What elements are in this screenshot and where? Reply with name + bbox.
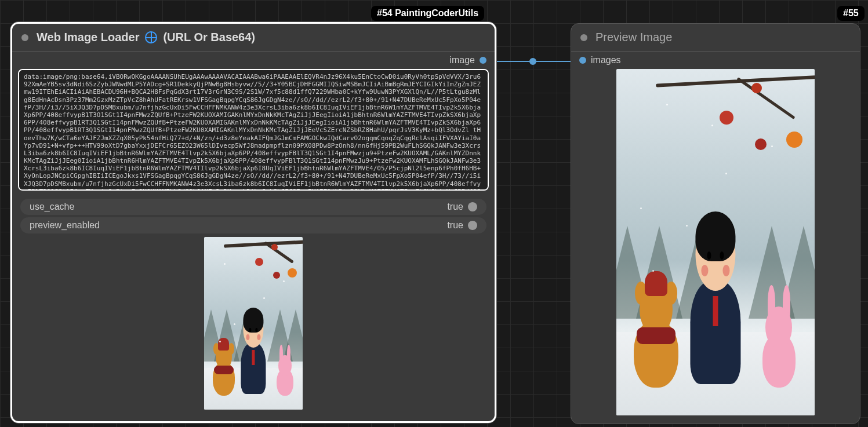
node-header[interactable]: Web Image Loader (URL Or Base64) <box>12 24 495 52</box>
node-tag-preview: #55 <box>837 6 865 21</box>
preview-thumbnail[interactable] <box>204 237 303 410</box>
node-title-b: (URL Or Base64) <box>163 31 255 44</box>
preview-enabled-field[interactable]: preview_enabled true <box>20 217 486 233</box>
toggle-knob-icon <box>468 221 477 230</box>
output-port-dot[interactable] <box>480 57 486 64</box>
output-port-label: image <box>449 55 475 65</box>
preview-enabled-value: true <box>447 220 463 231</box>
use-cache-field[interactable]: use_cache true <box>20 199 486 215</box>
input-port-label: images <box>591 55 621 65</box>
node-header[interactable]: Preview Image <box>571 24 860 52</box>
collapse-dot-icon[interactable] <box>580 34 587 41</box>
input-port-row: images <box>571 52 860 69</box>
node-tag-loader: #54 PaintingCoderUtils <box>371 6 484 21</box>
base64-input[interactable] <box>18 69 489 191</box>
use-cache-label: use_cache <box>30 202 74 212</box>
globe-icon <box>145 31 157 43</box>
node-web-image-loader[interactable]: Web Image Loader (URL Or Base64) image u… <box>10 22 496 423</box>
collapse-dot-icon[interactable] <box>21 34 28 41</box>
preview-enabled-label: preview_enabled <box>30 220 100 231</box>
preview-image-large[interactable] <box>616 69 815 415</box>
node-title: Preview Image <box>595 31 672 44</box>
edge-image-to-images <box>484 58 579 65</box>
toggle-knob-icon <box>468 202 477 211</box>
node-preview-image[interactable]: Preview Image images <box>571 23 860 424</box>
output-port-row: image <box>12 52 495 69</box>
use-cache-value: true <box>447 202 463 212</box>
node-title-a: Web Image Loader <box>37 31 139 44</box>
input-port-dot[interactable] <box>579 57 586 64</box>
